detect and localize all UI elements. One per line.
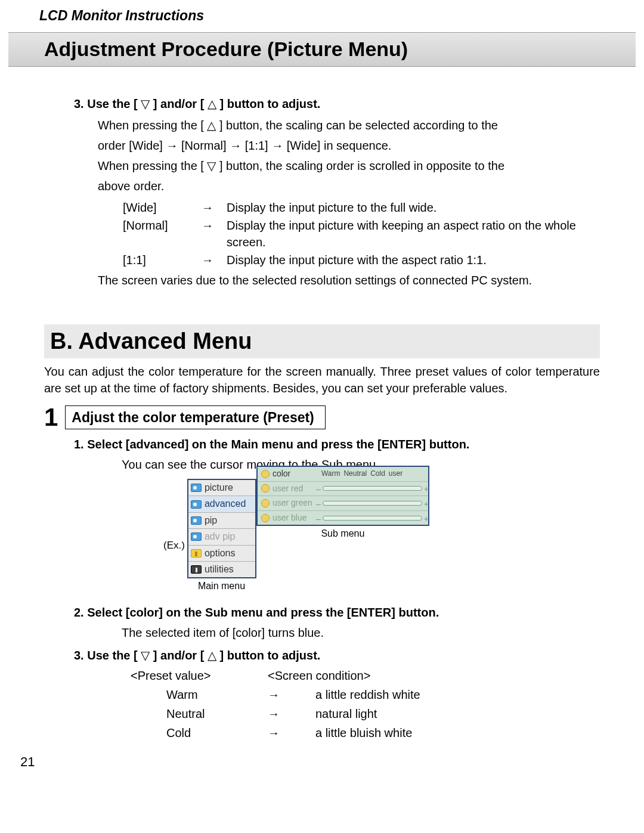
s3-line3b: ] button, the scaling order is scrolled …: [216, 159, 504, 172]
down-triangle-icon: ▽: [207, 157, 216, 174]
arrow-icon: →: [202, 252, 225, 268]
sub-opts: Warm Neutral Cold user: [320, 469, 425, 479]
preset-cond: a little bluish white: [315, 724, 412, 741]
arrow-icon: →: [268, 686, 315, 703]
preset-cond: a little reddish white: [315, 686, 420, 703]
desc-cell: Display the input picture to the full wi…: [227, 199, 599, 216]
subsection-number: 1: [44, 405, 58, 430]
s3h-a: 3. Use the [: [74, 97, 141, 110]
opt-neutral: Neutral: [342, 469, 368, 479]
table-row: Neutral → natural light: [166, 705, 600, 722]
utilities-icon: [191, 565, 202, 574]
menu-figure: (Ex.) picture advanced pip adv pip optio…: [163, 479, 600, 593]
main-menu-item-utilities: utilities: [188, 562, 255, 577]
color-icon: [261, 470, 270, 478]
step3-heading: 3. Use the [ ▽ ] and/or [ △ ] button to …: [74, 95, 600, 112]
main-menu-col: picture advanced pip adv pip options uti…: [187, 479, 256, 593]
up-triangle-icon: △: [207, 117, 216, 134]
subsection-title: Adjust the color temperature (Preset): [65, 405, 325, 429]
s3-line1b: ] button, the scaling can be selected ac…: [216, 119, 498, 132]
b-step1-heading: 1. Select [advanced] on the Main menu an…: [74, 436, 600, 453]
picture-icon: [191, 484, 202, 492]
mm-label: utilities: [205, 563, 234, 576]
color-icon: [261, 484, 270, 493]
color-icon: [261, 514, 270, 522]
main-menu-item-advpip: adv pip: [188, 529, 255, 545]
sub-row-color: color Warm Neutral Cold user: [258, 467, 428, 482]
mm-label: adv pip: [205, 530, 236, 543]
main-menu-item-pip: pip: [188, 513, 255, 529]
desc-cell: Display the input picture with the aspec…: [227, 252, 599, 268]
mm-label: picture: [205, 481, 233, 494]
s3-line1a: When pressing the [: [98, 119, 207, 132]
arrow-icon: →: [268, 724, 315, 741]
desc-cell: Display the input picture with keeping a…: [227, 217, 599, 250]
bs3-b: ] and/or [: [150, 649, 208, 662]
ex-label: (Ex.): [163, 538, 185, 553]
bs3-c: ] button to adjust.: [216, 649, 320, 662]
arrow-icon: →: [202, 199, 225, 216]
s3-line2: order [Wide] → [Normal] → [1:1] → [Wide]…: [98, 137, 600, 154]
mm-label: advanced: [205, 497, 246, 510]
mm-label: pip: [205, 514, 217, 527]
preset-name: Warm: [166, 686, 268, 703]
table-row: Warm → a little reddish white: [166, 686, 600, 703]
section-b-intro: You can adjust the color temperature for…: [44, 363, 600, 397]
down-triangle-icon: ▽: [141, 95, 150, 112]
sub-row-red: user red: [258, 482, 428, 497]
b-step2-body: The selected item of [color] turns blue.: [122, 624, 600, 641]
preset-name: Neutral: [166, 705, 268, 722]
sub-label-blue: user blue: [273, 512, 320, 524]
sub-row-green: user green: [258, 496, 428, 511]
mode-cell: [1:1]: [123, 252, 200, 268]
b-step2-heading: 2. Select [color] on the Sub menu and pr…: [74, 604, 600, 621]
sub-menu: color Warm Neutral Cold user user red us…: [256, 466, 429, 526]
mode-cell: [Normal]: [123, 217, 200, 250]
options-icon: [191, 549, 202, 558]
main-menu-item-advanced: advanced: [188, 496, 255, 512]
arrow-icon: →: [268, 705, 315, 722]
bs3-a: 3. Use the [: [74, 649, 141, 662]
preset-name: Cold: [166, 724, 268, 741]
main-menu: picture advanced pip adv pip options uti…: [187, 479, 256, 578]
sub-label-red: user red: [273, 483, 320, 495]
subsection-header: 1 Adjust the color temperature (Preset): [44, 405, 600, 430]
b-step3-heading: 3. Use the [ ▽ ] and/or [ △ ] button to …: [74, 647, 600, 664]
table-row: Cold → a little bluish white: [166, 724, 600, 741]
step3-body: When pressing the [ △ ] button, the scal…: [98, 117, 600, 134]
opt-warm: Warm: [320, 469, 342, 479]
slider-green: [323, 501, 422, 506]
section-b-banner: B. Advanced Menu: [44, 324, 600, 358]
main-menu-item-options: options: [188, 546, 255, 562]
sub-label-green: user green: [273, 497, 320, 509]
preset-headers: <Preset value> <Screen condition>: [131, 667, 600, 684]
slider-blue: [323, 516, 422, 521]
s3h-c: ] button to adjust.: [216, 97, 320, 110]
s3-line4: above order.: [98, 178, 600, 194]
opt-cold: Cold: [369, 469, 386, 479]
section-banner: Adjustment Procedure (Picture Menu): [8, 32, 636, 67]
pip-icon: [191, 516, 202, 525]
color-icon: [261, 499, 270, 507]
advpip-icon: [191, 532, 202, 541]
down-triangle-icon: ▽: [141, 647, 150, 664]
up-triangle-icon: △: [208, 647, 216, 664]
sub-row-blue: user blue: [258, 511, 428, 525]
arrow-icon: →: [202, 217, 225, 250]
main-menu-item-picture: picture: [188, 480, 255, 496]
main-menu-caption: Main menu: [198, 580, 256, 593]
opt-user: user: [388, 469, 404, 479]
mm-label: options: [205, 547, 236, 560]
up-triangle-icon: △: [208, 95, 216, 112]
mode-cell: [Wide]: [123, 199, 200, 216]
sub-label-color: color: [273, 468, 320, 480]
preset-cond: natural light: [315, 705, 377, 722]
preset-header-col1: <Preset value>: [131, 667, 268, 684]
table-row: [Normal] → Display the input picture wit…: [123, 217, 599, 250]
sub-menu-caption: Sub menu: [256, 527, 429, 540]
b-step2-h: 2. Select [color] on the Sub menu and pr…: [74, 606, 439, 619]
preset-header-col2: <Screen condition>: [268, 667, 370, 684]
table-row: [Wide] → Display the input picture to th…: [123, 199, 599, 216]
doc-title: LCD Monitor Instructions: [39, 6, 600, 25]
step3-body2: When pressing the [ ▽ ] button, the scal…: [98, 157, 600, 174]
